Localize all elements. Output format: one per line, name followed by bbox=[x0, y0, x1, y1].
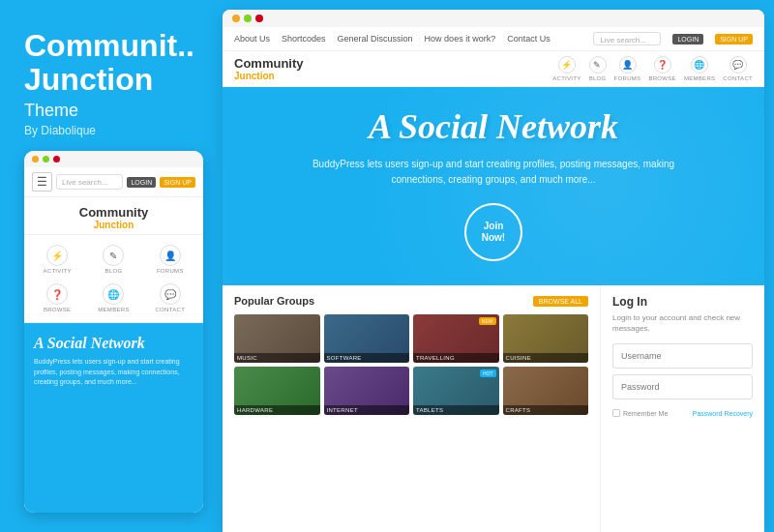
nav-how[interactable]: How does it work? bbox=[425, 34, 496, 44]
desktop-hero-title: A Social Network bbox=[252, 106, 735, 147]
desktop-dot-3 bbox=[255, 15, 263, 22]
desktop-browse-icon: ❓ bbox=[654, 56, 671, 74]
password-recovery-link[interactable]: Password Recovery bbox=[693, 410, 753, 417]
group-item-travelling[interactable]: NEW TRAVELLING bbox=[413, 314, 499, 363]
mobile-mockup: ☰ Live search... LOGIN SIGN UP Community… bbox=[24, 151, 203, 513]
desktop-icon-contact[interactable]: 💬 CONTACT bbox=[723, 56, 753, 81]
remember-me-checkbox[interactable] bbox=[612, 409, 620, 417]
desktop-dot-1 bbox=[232, 15, 240, 22]
theme-title-line2: Junction bbox=[24, 63, 203, 97]
popular-groups-section: Popular Groups BROWSE ALL MUSIC SOFTWARE… bbox=[223, 285, 600, 532]
groups-grid: MUSIC SOFTWARE NEW TRAVELLING CUISINE HA… bbox=[234, 314, 588, 415]
mobile-icon-activity[interactable]: ⚡ ACTIVITY bbox=[30, 241, 84, 278]
desktop-login-button[interactable]: LOGIN bbox=[672, 34, 703, 44]
mobile-icon-blog[interactable]: ✎ BLOG bbox=[86, 241, 140, 278]
mobile-hero-title: A Social Network bbox=[34, 335, 194, 352]
group-item-crafts[interactable]: CRAFTS bbox=[503, 367, 589, 415]
remember-me-label: Remember Me bbox=[623, 410, 668, 417]
desktop-activity-icon: ⚡ bbox=[558, 56, 576, 74]
desktop-icon-browse[interactable]: ❓ BROWSE bbox=[648, 56, 675, 81]
group-item-software[interactable]: SOFTWARE bbox=[324, 314, 410, 363]
login-desc: Login to your account and check new mess… bbox=[612, 312, 753, 334]
desktop-icon-bar: ⚡ ACTIVITY ✎ BLOG 👤 FORUMS ❓ BROWSE 🌐 ME… bbox=[552, 56, 753, 81]
theme-subtitle: Theme bbox=[24, 101, 203, 121]
group-badge-travelling: NEW bbox=[479, 317, 496, 325]
group-item-hardware[interactable]: HARDWARE bbox=[234, 367, 320, 415]
desktop-top-bar bbox=[223, 10, 764, 27]
group-badge-tablets: HOT bbox=[480, 369, 496, 377]
group-label-tablets: TABLETS bbox=[413, 405, 499, 415]
mobile-logo: Community Junction bbox=[24, 197, 203, 235]
desktop-bottom: Popular Groups BROWSE ALL MUSIC SOFTWARE… bbox=[223, 285, 764, 532]
hamburger-icon[interactable]: ☰ bbox=[32, 172, 52, 192]
mobile-dot-2 bbox=[43, 156, 49, 163]
mobile-search-box[interactable]: Live search... bbox=[56, 174, 123, 190]
contact-icon: 💬 bbox=[160, 283, 181, 305]
nav-shortcodes[interactable]: Shortcodes bbox=[282, 34, 326, 44]
desktop-logo-name: Community bbox=[234, 56, 304, 71]
members-icon: 🌐 bbox=[103, 283, 124, 305]
desktop-top-nav: About Us Shortcodes General Discussion H… bbox=[223, 27, 764, 51]
mobile-signup-button[interactable]: SIGN UP bbox=[160, 177, 195, 188]
group-label-hardware: HARDWARE bbox=[234, 405, 320, 415]
login-footer: Remember Me Password Recovery bbox=[612, 409, 753, 417]
group-item-cuisine[interactable]: CUISINE bbox=[503, 314, 589, 363]
desktop-icon-members[interactable]: 🌐 MEMBERS bbox=[684, 56, 715, 81]
blog-icon: ✎ bbox=[103, 245, 124, 266]
desktop-logo-bar: Community Junction ⚡ ACTIVITY ✎ BLOG 👤 F… bbox=[223, 51, 764, 87]
mobile-icon-forums[interactable]: 👤 FORUMS bbox=[143, 241, 197, 278]
browse-icon: ❓ bbox=[46, 283, 68, 305]
desktop-search-input[interactable]: Live search... bbox=[593, 32, 661, 45]
desktop-icon-forums[interactable]: 👤 FORUMS bbox=[614, 56, 641, 81]
desktop-dot-2 bbox=[244, 15, 252, 22]
group-item-internet[interactable]: INTERNET bbox=[324, 367, 410, 415]
desktop-icon-blog[interactable]: ✎ BLOG bbox=[589, 56, 607, 81]
theme-title-line1: Communit.. bbox=[24, 29, 203, 63]
mobile-login-button[interactable]: LOGIN bbox=[127, 177, 156, 188]
desktop-hero-desc: BuddyPress lets users sign-up and start … bbox=[310, 157, 677, 188]
group-label-internet: INTERNET bbox=[324, 405, 410, 415]
right-panel: About Us Shortcodes General Discussion H… bbox=[223, 10, 764, 532]
mobile-dot-1 bbox=[32, 156, 39, 163]
remember-me-area: Remember Me bbox=[612, 409, 689, 417]
mobile-hero-desc: BuddyPress lets users sign-up and start … bbox=[34, 357, 194, 388]
group-label-travelling: TRAVELLING bbox=[413, 353, 499, 363]
left-panel: Communit.. Junction Theme By Diabolique … bbox=[0, 0, 223, 532]
nav-contact[interactable]: Contact Us bbox=[507, 34, 551, 44]
mobile-hero: A Social Network BuddyPress lets users s… bbox=[24, 323, 203, 513]
group-label-cuisine: CUISINE bbox=[503, 353, 589, 363]
group-label-music: MUSIC bbox=[234, 353, 320, 363]
join-now-button[interactable]: Join Now! bbox=[464, 203, 522, 261]
mobile-icon-contact[interactable]: 💬 CONTACT bbox=[143, 280, 197, 316]
popular-groups-header: Popular Groups BROWSE ALL bbox=[234, 295, 588, 307]
mobile-logo-sub: Junction bbox=[24, 220, 203, 230]
mobile-dot-3 bbox=[53, 156, 60, 163]
group-item-tablets[interactable]: HOT TABLETS bbox=[413, 367, 499, 415]
group-label-crafts: CRAFTS bbox=[503, 405, 589, 415]
login-title: Log In bbox=[612, 295, 753, 309]
group-label-software: SOFTWARE bbox=[324, 353, 410, 363]
mobile-icon-members[interactable]: 🌐 MEMBERS bbox=[86, 280, 140, 316]
browse-all-button[interactable]: BROWSE ALL bbox=[533, 296, 588, 307]
mobile-nav-bar: ☰ Live search... LOGIN SIGN UP bbox=[24, 167, 203, 197]
desktop-hero: A Social Network BuddyPress lets users s… bbox=[223, 87, 764, 285]
mobile-logo-name: Community bbox=[24, 205, 203, 220]
desktop-blog-icon: ✎ bbox=[589, 56, 607, 74]
theme-by: By Diabolique bbox=[24, 124, 203, 137]
mobile-icon-browse[interactable]: ❓ BROWSE bbox=[30, 280, 84, 316]
activity-icon: ⚡ bbox=[46, 245, 68, 266]
nav-general[interactable]: General Discussion bbox=[338, 34, 413, 44]
desktop-contact-icon: 💬 bbox=[729, 56, 747, 74]
forums-icon: 👤 bbox=[160, 245, 181, 266]
desktop-signup-button[interactable]: SIGN UP bbox=[715, 34, 753, 44]
desktop-members-icon: 🌐 bbox=[691, 56, 708, 74]
mobile-top-bar bbox=[24, 151, 203, 167]
desktop-icon-activity[interactable]: ⚡ ACTIVITY bbox=[552, 56, 580, 81]
desktop-forums-icon: 👤 bbox=[619, 56, 637, 74]
password-input[interactable] bbox=[612, 374, 753, 399]
username-input[interactable] bbox=[612, 343, 753, 369]
nav-about[interactable]: About Us bbox=[234, 34, 270, 44]
desktop-logo-sub: Junction bbox=[234, 71, 304, 81]
group-item-music[interactable]: MUSIC bbox=[234, 314, 320, 363]
mobile-icons-grid: ⚡ ACTIVITY ✎ BLOG 👤 FORUMS ❓ BROWSE 🌐 ME… bbox=[24, 235, 203, 323]
